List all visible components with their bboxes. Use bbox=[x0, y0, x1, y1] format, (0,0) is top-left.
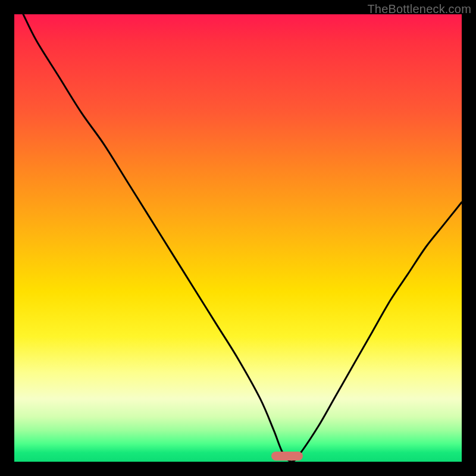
curve-svg bbox=[14, 14, 462, 462]
chart-frame: TheBottleneck.com bbox=[0, 0, 476, 476]
plot-area bbox=[14, 14, 462, 462]
bottleneck-curve bbox=[23, 14, 462, 462]
minimum-marker bbox=[271, 452, 303, 461]
